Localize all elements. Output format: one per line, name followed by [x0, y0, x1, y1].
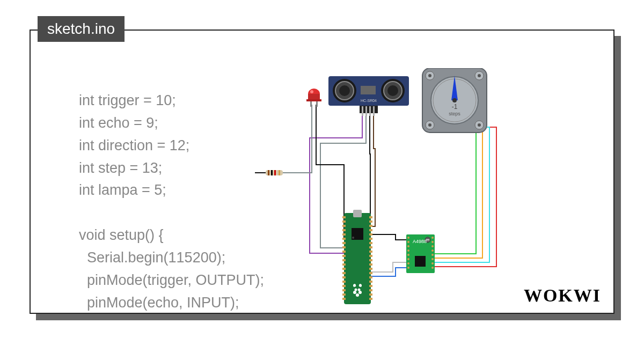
- pico-board[interactable]: [342, 210, 372, 304]
- svg-rect-35: [274, 170, 276, 175]
- svg-rect-78: [353, 210, 362, 217]
- svg-rect-62: [369, 233, 372, 236]
- svg-rect-36: [279, 170, 280, 175]
- svg-rect-53: [342, 281, 346, 283]
- svg-rect-57: [342, 298, 346, 300]
- code-line: int direction = 12;: [79, 137, 189, 153]
- svg-point-94: [407, 267, 409, 269]
- svg-rect-64: [369, 242, 372, 244]
- main-card: int trigger = 10; int echo = 9; int dire…: [30, 30, 614, 314]
- code-line: pinMode(trigger, OUTPUT);: [79, 272, 264, 288]
- svg-point-96: [431, 241, 434, 243]
- code-line: void setup() {: [79, 227, 164, 243]
- wokwi-logo: WOKWI: [524, 285, 601, 306]
- svg-rect-76: [369, 293, 372, 296]
- svg-rect-9: [362, 106, 363, 116]
- svg-rect-50: [342, 268, 346, 270]
- svg-rect-56: [342, 293, 346, 296]
- svg-rect-103: [415, 256, 426, 267]
- svg-rect-61: [369, 229, 372, 231]
- code-line: Serial.begin(115200);: [79, 249, 225, 266]
- svg-rect-70: [369, 268, 372, 270]
- svg-point-3: [339, 85, 350, 96]
- svg-rect-41: [342, 229, 346, 231]
- svg-rect-12: [373, 106, 375, 116]
- svg-point-97: [431, 245, 434, 247]
- circuit-diagram[interactable]: HC-SR04 -1 steps: [245, 68, 594, 310]
- svg-rect-37: [344, 213, 371, 304]
- stepper-value: -1: [452, 103, 458, 111]
- svg-rect-10: [365, 106, 367, 116]
- svg-point-101: [431, 262, 434, 264]
- svg-rect-31: [316, 101, 318, 107]
- svg-rect-58: [369, 216, 372, 218]
- svg-point-25: [452, 98, 457, 102]
- svg-rect-42: [342, 233, 346, 236]
- svg-point-81: [353, 291, 356, 294]
- svg-rect-47: [342, 255, 346, 257]
- svg-rect-30: [310, 101, 312, 107]
- svg-point-90: [407, 249, 409, 252]
- svg-rect-55: [342, 289, 346, 291]
- svg-point-100: [431, 258, 434, 260]
- code-line: int lampa = 5;: [79, 182, 166, 198]
- svg-point-99: [431, 254, 434, 256]
- stepper-motor[interactable]: -1 steps: [422, 68, 487, 133]
- svg-rect-49: [342, 263, 346, 266]
- svg-rect-46: [342, 251, 346, 253]
- svg-rect-63: [369, 238, 372, 240]
- svg-rect-66: [369, 251, 372, 253]
- svg-rect-67: [369, 255, 372, 257]
- svg-rect-59: [369, 221, 372, 223]
- svg-rect-34: [271, 170, 273, 175]
- svg-point-88: [407, 241, 409, 243]
- resistor[interactable]: [266, 170, 283, 175]
- code-line: int echo = 9;: [79, 115, 158, 131]
- svg-point-85: [358, 289, 361, 291]
- svg-point-82: [358, 291, 362, 294]
- svg-rect-77: [369, 298, 372, 300]
- svg-rect-75: [369, 289, 372, 291]
- svg-point-87: [407, 237, 409, 239]
- ultrasonic-sensor[interactable]: HC-SR04: [328, 76, 409, 116]
- svg-point-89: [407, 245, 409, 247]
- svg-rect-48: [342, 259, 346, 261]
- file-tab[interactable]: sketch.ino: [38, 16, 125, 42]
- svg-point-102: [431, 267, 434, 269]
- svg-rect-69: [369, 263, 372, 266]
- svg-rect-11: [369, 106, 371, 116]
- svg-point-83: [356, 293, 359, 297]
- svg-rect-54: [342, 285, 346, 287]
- svg-rect-52: [342, 276, 346, 278]
- svg-rect-72: [369, 276, 372, 278]
- svg-rect-44: [342, 242, 346, 244]
- svg-rect-74: [369, 285, 372, 287]
- code-line: int step = 13;: [79, 160, 162, 176]
- svg-rect-40: [342, 225, 346, 227]
- code-line: pinMode(echo, INPUT);: [79, 295, 239, 311]
- svg-rect-60: [369, 225, 372, 227]
- svg-point-92: [407, 258, 409, 260]
- svg-rect-7: [361, 86, 376, 94]
- svg-point-91: [407, 254, 409, 256]
- svg-rect-43: [342, 238, 346, 240]
- ultrasonic-label: HC-SR04: [361, 99, 377, 102]
- svg-point-18: [428, 74, 431, 77]
- svg-rect-38: [342, 216, 346, 218]
- svg-point-80: [352, 237, 354, 239]
- stepper-driver[interactable]: A4988: [406, 234, 435, 273]
- led[interactable]: [306, 89, 321, 107]
- code-line: int trigger = 10;: [79, 92, 176, 108]
- driver-label: A4988: [413, 239, 427, 244]
- svg-rect-33: [268, 170, 269, 175]
- svg-point-95: [431, 237, 434, 239]
- tab-filename: sketch.ino: [47, 20, 115, 37]
- svg-rect-65: [369, 246, 372, 248]
- svg-point-19: [478, 74, 481, 77]
- svg-point-20: [428, 123, 431, 127]
- stepper-unit: steps: [449, 111, 460, 116]
- svg-rect-68: [369, 259, 372, 261]
- svg-point-21: [478, 123, 481, 127]
- svg-rect-51: [342, 272, 346, 274]
- svg-point-6: [387, 85, 398, 96]
